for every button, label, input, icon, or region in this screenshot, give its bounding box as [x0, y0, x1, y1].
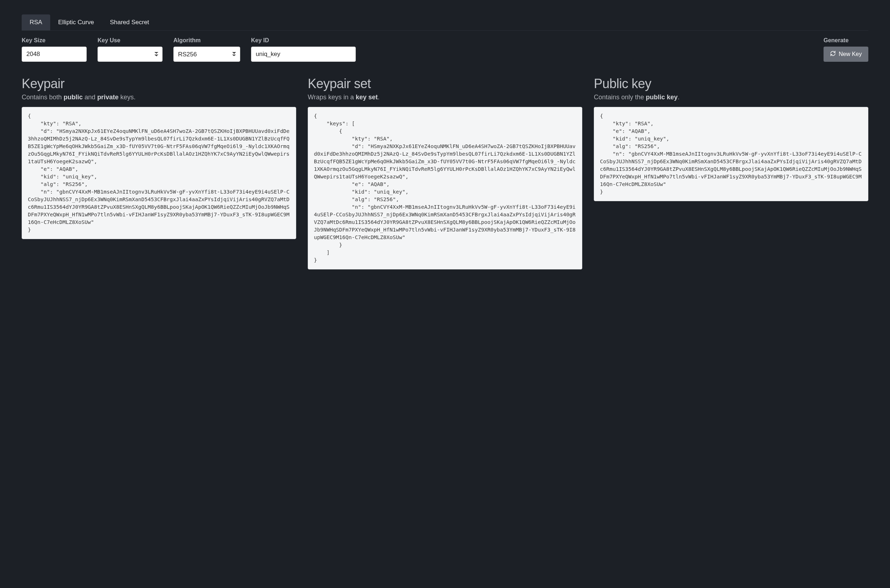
- controls-row: Key Size Key Use Algorithm RS256 Key ID …: [22, 37, 868, 62]
- tab-rsa[interactable]: RSA: [22, 15, 50, 30]
- tab-shared-secret[interactable]: Shared Secret: [102, 15, 157, 30]
- key-size-control: Key Size: [22, 37, 87, 62]
- public-key-column: Public key Contains only the public key.…: [594, 76, 868, 270]
- key-use-label: Key Use: [98, 37, 162, 44]
- key-type-tabs: RSA Elliptic Curve Shared Secret: [22, 15, 868, 31]
- keypair-set-code[interactable]: { "keys": [ { "kty": "RSA", "d": "HSmya2…: [308, 107, 582, 270]
- keypair-set-column: Keypair set Wraps keys in a key set. { "…: [308, 76, 582, 270]
- keypair-subtitle: Contains both public and private keys.: [22, 93, 296, 101]
- key-id-label: Key ID: [251, 37, 356, 44]
- key-size-label: Key Size: [22, 37, 87, 44]
- algorithm-select[interactable]: RS256: [173, 46, 240, 62]
- new-key-button-label: New Key: [839, 51, 862, 57]
- tab-elliptic-curve[interactable]: Elliptic Curve: [50, 15, 102, 30]
- public-key-code[interactable]: { "kty": "RSA", "e": "AQAB", "kid": "uni…: [594, 107, 868, 201]
- key-use-control: Key Use: [98, 37, 162, 62]
- generate-control: Generate New Key: [824, 37, 868, 62]
- new-key-button[interactable]: New Key: [824, 46, 868, 62]
- generate-label: Generate: [824, 37, 868, 44]
- key-id-input[interactable]: [251, 46, 356, 62]
- output-columns: Keypair Contains both public and private…: [22, 76, 868, 270]
- key-id-control: Key ID: [251, 37, 356, 62]
- keypair-set-subtitle: Wraps keys in a key set.: [308, 93, 582, 101]
- key-size-input[interactable]: [22, 46, 87, 62]
- refresh-icon: [830, 51, 836, 58]
- keypair-column: Keypair Contains both public and private…: [22, 76, 296, 270]
- keypair-set-title: Keypair set: [308, 76, 582, 92]
- key-use-select[interactable]: [98, 46, 162, 62]
- keypair-code[interactable]: { "kty": "RSA", "d": "HSmya2NXKpJx61EYeZ…: [22, 107, 296, 239]
- algorithm-label: Algorithm: [173, 37, 240, 44]
- public-key-title: Public key: [594, 76, 868, 92]
- public-key-subtitle: Contains only the public key.: [594, 93, 868, 101]
- algorithm-control: Algorithm RS256: [173, 37, 240, 62]
- keypair-title: Keypair: [22, 76, 296, 92]
